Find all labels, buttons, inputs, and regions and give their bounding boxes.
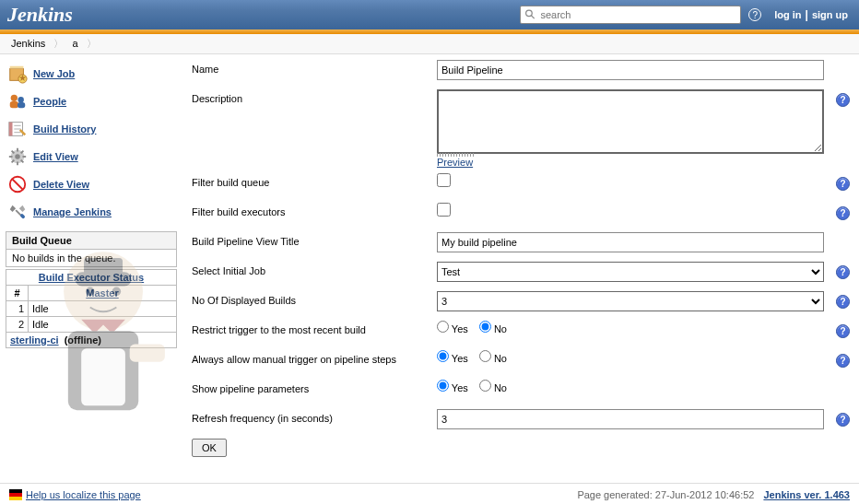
svg-rect-19 [9,123,13,136]
flags-icon [9,489,22,500]
params-no-radio[interactable] [479,380,491,392]
search-input[interactable] [536,9,736,20]
initial-label: Select Initial Job [192,262,437,276]
executor-status-link[interactable]: Build Executor Status [39,272,144,283]
sidebar-item-new-job[interactable]: ★ New Job [6,60,177,88]
help-icon[interactable]: ? [836,93,850,107]
ok-button[interactable]: OK [192,439,227,457]
executor-status-table: Build Executor Status # Master 1Idle 2Id… [6,269,177,348]
breadcrumb: Jenkins 〉 a 〉 [0,34,859,54]
exec-row: 1Idle [6,301,177,317]
new-job-icon: ★ [7,64,28,84]
restrict-no-radio[interactable] [479,321,491,333]
nbuilds-select[interactable]: 3 [437,291,824,311]
title-input[interactable] [437,232,824,252]
restrict-yes-radio[interactable] [437,321,449,333]
master-link[interactable]: Master [86,287,118,299]
name-label: Name [192,60,437,75]
svg-rect-11 [10,66,24,69]
svg-point-0 [526,10,533,17]
sidebar-item-delete-view[interactable]: Delete View [6,170,177,198]
sidebar-item-label: People [33,96,66,107]
build-queue-header: Build Queue [6,231,177,250]
title-label: Build Pipeline View Title [192,232,437,247]
manual-no-radio[interactable] [479,350,491,362]
footer: Help us localize this page Page generate… [0,483,859,504]
localize-link[interactable]: Help us localize this page [9,489,141,500]
sidebar-item-label: Build History [33,123,96,135]
sidebar-item-label: New Job [33,68,75,79]
sidebar-item-label: Delete View [33,179,89,190]
header-help-icon[interactable]: ? [748,8,761,21]
sidebar-item-manage[interactable]: Manage Jenkins [6,198,177,226]
slave-row: sterling-ci (offline) [6,333,177,348]
breadcrumb-root[interactable]: Jenkins [6,38,51,49]
preview-link[interactable]: Preview [437,157,473,168]
exec-row: 2Idle [6,317,177,333]
sidebar-item-build-history[interactable]: Build History [6,115,177,143]
help-icon[interactable]: ? [836,295,850,309]
help-icon[interactable]: ? [836,413,850,427]
sidebar-item-edit-view[interactable]: Edit View [6,143,177,170]
search-icon [524,8,536,21]
desc-label: Description [192,89,437,104]
help-icon[interactable]: ? [836,354,850,368]
build-queue-body: No builds in the queue. [6,250,177,267]
gear-icon [7,147,28,167]
slave-link[interactable]: sterling-ci [10,334,59,346]
filter-queue-label: Filter build queue [192,173,437,188]
name-input[interactable] [437,60,824,80]
people-icon [7,91,28,111]
restrict-label: Restrict trigger to the most recent buil… [192,321,437,335]
manual-label: Always allow manual trigger on pipeline … [192,350,437,365]
svg-point-24 [15,154,20,159]
svg-rect-37 [9,493,22,497]
svg-point-15 [18,97,23,102]
svg-rect-38 [9,497,22,500]
manage-icon [7,202,28,222]
signup-link[interactable]: sign up [812,9,848,20]
filter-exec-checkbox[interactable] [437,203,451,217]
header: Jenkins ? log in|sign up [0,0,859,29]
filter-exec-label: Filter build executors [192,203,437,217]
filter-queue-checkbox[interactable] [437,173,451,187]
params-label: Show pipeline parameters [192,380,437,394]
svg-rect-16 [10,101,18,108]
params-yes-radio[interactable] [437,380,449,392]
search-box[interactable] [520,6,741,24]
generated-text: Page generated: 27-Jun-2012 10:46:52 [577,489,754,500]
build-history-icon [7,119,28,139]
help-icon[interactable]: ? [836,177,850,191]
breadcrumb-view[interactable]: a [66,38,83,49]
nbuilds-label: No Of Displayed Builds [192,291,437,306]
sidebar-item-people[interactable]: People [6,88,177,115]
svg-text:★: ★ [18,73,27,83]
sidebar-item-label: Edit View [33,151,78,162]
refresh-input[interactable] [437,409,824,429]
main-form: Name Description Preview ? Filter build … [182,54,859,483]
sidebar: ★ New Job People Build History Edit View… [0,54,182,483]
help-icon[interactable]: ? [836,265,850,279]
delete-icon [7,174,28,194]
svg-rect-36 [9,489,22,493]
sidebar-item-label: Manage Jenkins [33,206,112,217]
logo: Jenkins [7,3,73,27]
exec-col-num: # [6,286,29,301]
initial-select[interactable]: Test [437,262,824,282]
login-link[interactable]: log in [774,9,801,20]
sidebar-nav: ★ New Job People Build History Edit View… [6,60,177,226]
auth-links: log in|sign up [771,8,852,21]
refresh-label: Refresh frequency (in seconds) [192,409,437,424]
svg-rect-8 [81,348,125,405]
version-link[interactable]: Jenkins ver. 1.463 [763,489,850,500]
manual-yes-radio[interactable] [437,350,449,362]
svg-line-1 [532,16,535,18]
help-icon[interactable]: ? [836,206,850,220]
svg-rect-17 [18,102,25,108]
help-icon[interactable]: ? [836,324,850,338]
svg-point-14 [11,95,18,101]
desc-textarea[interactable] [437,89,824,154]
